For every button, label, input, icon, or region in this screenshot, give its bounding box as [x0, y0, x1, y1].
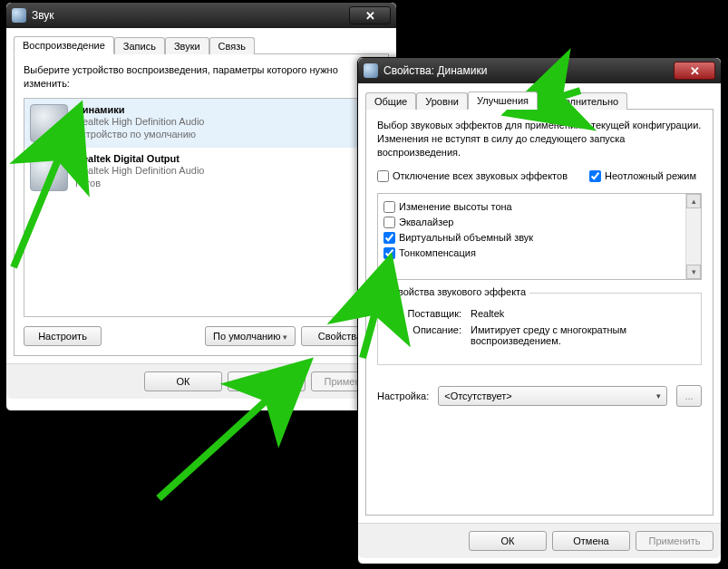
tab-general[interactable]: Общие: [365, 92, 416, 110]
sound-window: Звук ✕ Воспроизведение Запись Звуки Связ…: [5, 2, 397, 411]
properties-window: Свойства: Динамики ✕ Общие Уровни Улучше…: [357, 57, 722, 564]
effect-checkbox-equalizer[interactable]: [383, 217, 395, 228]
configure-button[interactable]: Настроить: [24, 326, 102, 346]
setting-label: Настройка:: [377, 391, 429, 401]
sound-close-button[interactable]: ✕: [349, 6, 391, 24]
setting-value: <Отсутствует>: [444, 391, 512, 401]
effect-label: Эквалайзер: [399, 217, 453, 227]
sound-icon: [12, 8, 26, 23]
device-item-digital[interactable]: Realtek Digital Output Realtek High Defi…: [24, 148, 378, 197]
device-status: Готов: [75, 177, 204, 189]
effect-label: Виртуальный объемный звук: [399, 232, 533, 243]
sound-dialog-buttons: ОК Отмена Применить: [6, 363, 396, 399]
device-item-speakers[interactable]: Динамики Realtek High Definition Audio У…: [24, 99, 378, 148]
effect-properties-groupbox: Свойства звукового эффекта Поставщик: Re…: [377, 293, 702, 365]
sound-client-area: Воспроизведение Запись Звуки Связь Выбер…: [6, 28, 396, 363]
sound-titlebar[interactable]: Звук ✕: [6, 3, 396, 28]
props-cancel-button[interactable]: Отмена: [552, 531, 630, 551]
effects-list[interactable]: Изменение высоты тона Эквалайзер Виртуал…: [377, 193, 702, 280]
props-tabs: Общие Уровни Улучшения Дополнительно: [365, 89, 713, 110]
disable-all-checkbox[interactable]: [377, 170, 389, 182]
tab-levels[interactable]: Уровни: [416, 92, 468, 110]
setting-browse-button[interactable]: ...: [676, 385, 702, 407]
props-intro: Выбор звуковых эффектов для применения к…: [377, 119, 702, 159]
tab-sounds[interactable]: Звуки: [165, 37, 209, 54]
device-driver: Realtek High Definition Audio: [75, 164, 204, 177]
description-label: Описание:: [389, 324, 471, 346]
sound-title: Звук: [32, 9, 349, 22]
device-text: Realtek Digital Output Realtek High Defi…: [75, 153, 204, 191]
effect-label: Изменение высоты тона: [399, 201, 512, 212]
provider-label: Поставщик:: [389, 308, 471, 319]
props-dialog-buttons: ОК Отмена Применить: [358, 523, 721, 558]
description-value: Имитирует среду с многократным воспроизв…: [471, 324, 690, 346]
tab-advanced[interactable]: Дополнительно: [538, 92, 627, 110]
urgent-mode-label: Неотложный режим: [605, 170, 696, 181]
sound-cancel-button[interactable]: Отмена: [228, 371, 306, 391]
set-default-button[interactable]: По умолчанию: [205, 326, 296, 346]
scroll-up-icon[interactable]: ▴: [686, 194, 701, 208]
effect-label: Тонкомпенсация: [399, 247, 476, 258]
effect-checkbox-pitch[interactable]: [383, 201, 395, 213]
speaker-icon: [364, 63, 378, 78]
urgent-mode-checkbox[interactable]: [589, 170, 601, 182]
device-list[interactable]: Динамики Realtek High Definition Audio У…: [24, 98, 379, 317]
sound-tabs: Воспроизведение Запись Звуки Связь: [14, 34, 389, 54]
device-name: Динамики: [75, 104, 204, 115]
tab-playback[interactable]: Воспроизведение: [14, 36, 114, 54]
props-close-button[interactable]: ✕: [674, 62, 715, 80]
props-title: Свойства: Динамики: [383, 64, 674, 77]
effect-checkbox-virtual-surround[interactable]: [383, 232, 395, 244]
sound-ok-button[interactable]: ОК: [144, 371, 222, 391]
setting-row: Настройка: <Отсутствует> ▾ ...: [377, 385, 702, 407]
props-ok-button[interactable]: ОК: [469, 531, 547, 551]
effect-checkbox-loudness[interactable]: [383, 247, 395, 259]
props-titlebar[interactable]: Свойства: Динамики ✕: [358, 58, 721, 83]
sound-action-row: Настроить По умолчанию Свойства: [24, 326, 379, 346]
device-name: Realtek Digital Output: [75, 153, 204, 164]
chevron-down-icon: ▾: [656, 391, 661, 400]
tab-enhancements[interactable]: Улучшения: [468, 92, 538, 110]
tab-recording[interactable]: Запись: [114, 37, 165, 54]
device-text: Динамики Realtek High Definition Audio У…: [75, 104, 204, 142]
device-status: Устройство по умолчанию: [75, 128, 204, 140]
groupbox-legend: Свойства звукового эффекта: [387, 286, 529, 297]
props-tab-body: Выбор звуковых эффектов для применения к…: [365, 110, 713, 516]
speaker-icon: [30, 104, 68, 142]
tab-communications[interactable]: Связь: [209, 37, 255, 54]
props-client-area: Общие Уровни Улучшения Дополнительно Выб…: [358, 83, 721, 523]
props-apply-button[interactable]: Применить: [636, 531, 713, 551]
effects-scrollbar[interactable]: ▴ ▾: [685, 194, 701, 279]
scroll-down-icon[interactable]: ▾: [686, 265, 701, 279]
top-checkboxes: Отключение всех звуковых эффектов Неотло…: [377, 167, 702, 186]
sound-instruction: Выберите устройство воспроизведения, пар…: [24, 63, 379, 91]
digital-output-icon: [30, 153, 68, 191]
device-driver: Realtek High Definition Audio: [75, 115, 204, 128]
provider-value: Realtek: [471, 308, 690, 319]
sound-tab-body: Выберите устройство воспроизведения, пар…: [14, 54, 389, 356]
setting-combobox[interactable]: <Отсутствует> ▾: [438, 386, 667, 406]
disable-all-label: Отключение всех звуковых эффектов: [393, 170, 568, 181]
